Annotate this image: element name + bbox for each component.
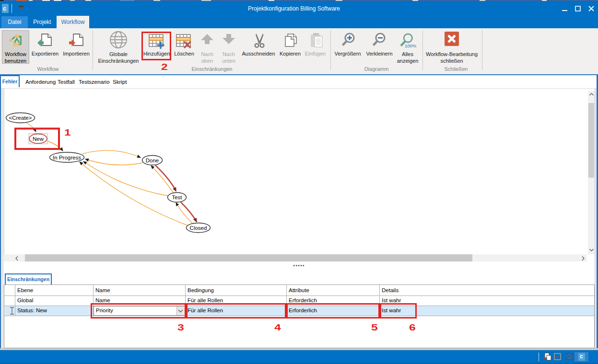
svg-text:Test: Test: [172, 194, 182, 200]
svg-text:Done: Done: [146, 158, 159, 163]
svg-text:New: New: [33, 136, 44, 142]
svg-text:In Progress: In Progress: [53, 155, 81, 160]
svg-text:<Create>: <Create>: [9, 115, 32, 121]
svg-text:100%: 100%: [405, 43, 417, 48]
svg-text:Closed: Closed: [190, 225, 207, 231]
